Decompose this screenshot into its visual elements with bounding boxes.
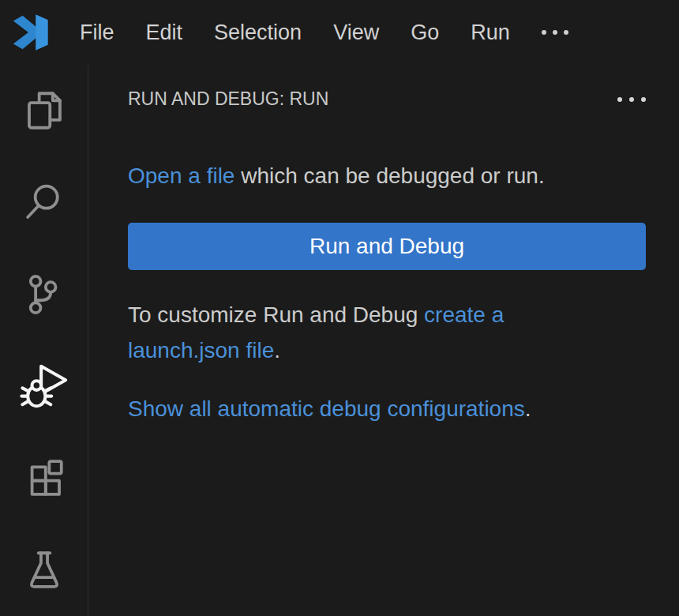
beaker-icon bbox=[21, 547, 67, 593]
sidebar-item-extensions[interactable] bbox=[0, 432, 88, 524]
menu-file[interactable]: File bbox=[64, 13, 130, 53]
files-icon bbox=[21, 88, 67, 133]
debug-icon bbox=[20, 362, 69, 411]
menu-go[interactable]: Go bbox=[395, 13, 455, 53]
customize-after: . bbox=[274, 338, 280, 362]
sidebar-item-search[interactable] bbox=[0, 156, 88, 248]
panel-title: RUN AND DEBUG: RUN bbox=[128, 88, 328, 110]
dot bbox=[629, 97, 634, 102]
open-file-rest: which can be debugged or run. bbox=[234, 163, 544, 188]
welcome-open-file-text: Open a file which can be debugged or run… bbox=[128, 161, 646, 191]
source-control-icon bbox=[21, 272, 67, 317]
search-icon bbox=[21, 179, 67, 225]
show-debug-configs-link[interactable]: Show all automatic debug configurations bbox=[128, 396, 525, 421]
dot bbox=[641, 97, 646, 102]
activity-bar bbox=[0, 65, 88, 616]
customize-before: To customize Run and Debug bbox=[128, 302, 424, 327]
menu-edit[interactable]: Edit bbox=[130, 13, 199, 53]
open-file-link[interactable]: Open a file bbox=[128, 163, 234, 188]
vscode-logo-icon bbox=[7, 10, 51, 54]
more-actions-icon[interactable] bbox=[614, 94, 649, 105]
workbench: RUN AND DEBUG: RUN Open a file which can… bbox=[0, 65, 679, 616]
menu-overflow-icon[interactable] bbox=[526, 22, 584, 43]
run-and-debug-button[interactable]: Run and Debug bbox=[128, 223, 646, 270]
menu-run[interactable]: Run bbox=[455, 13, 526, 53]
dot bbox=[553, 30, 557, 35]
title-bar: File Edit Selection View Go Run bbox=[0, 0, 679, 65]
dot bbox=[564, 30, 568, 35]
menu-view[interactable]: View bbox=[317, 13, 395, 53]
dot bbox=[617, 97, 622, 102]
dot bbox=[542, 30, 546, 35]
welcome-show-configs-text: Show all automatic debug configurations. bbox=[128, 394, 646, 424]
run-and-debug-panel: RUN AND DEBUG: RUN Open a file which can… bbox=[88, 65, 679, 616]
show-configs-after: . bbox=[525, 396, 531, 421]
panel-header: RUN AND DEBUG: RUN bbox=[128, 88, 649, 110]
sidebar-item-explorer[interactable] bbox=[0, 65, 88, 156]
extensions-icon bbox=[21, 455, 67, 501]
menu-bar: File Edit Selection View Go Run bbox=[64, 13, 584, 53]
sidebar-item-testing[interactable] bbox=[0, 524, 88, 616]
menu-selection[interactable]: Selection bbox=[198, 13, 317, 53]
sidebar-item-source-control[interactable] bbox=[0, 249, 88, 340]
welcome-customize-text: To customize Run and Debug create a laun… bbox=[128, 297, 586, 368]
sidebar-item-run-and-debug[interactable] bbox=[0, 340, 88, 432]
